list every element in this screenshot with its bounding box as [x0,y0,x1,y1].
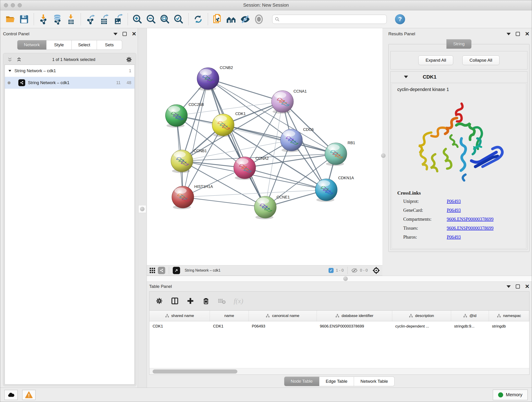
network-row-selected[interactable]: String Network – cdk1 1148 [5,77,134,89]
control-panel-close-button[interactable]: ✕ [132,31,136,37]
table-tab-network-table[interactable]: Network Table [354,376,394,386]
import-table-button[interactable] [65,13,77,26]
memory-button[interactable]: Memory [493,390,528,400]
close-window-button[interactable] [4,3,8,7]
network-edge[interactable] [208,79,265,207]
help-button[interactable]: ? [395,14,405,24]
results-tab-string[interactable]: String [446,39,472,49]
network-collection-row[interactable]: String Network – cdk1 1 [5,65,134,77]
table-cell[interactable]: P06493 [249,321,317,332]
collapse-entity-icon[interactable] [404,76,408,78]
show-all-button[interactable] [253,13,265,26]
crosslink-value-link[interactable]: 9606.ENSP00000378699 [447,217,494,222]
collapse-all-button[interactable]: Collapse All [462,56,499,65]
scrollbar-thumb[interactable] [152,370,237,374]
table-row[interactable]: CDK1CDK1P064939606.ENSP00000378699cyclin… [149,321,529,332]
cloud-status-button[interactable] [4,390,18,400]
table-cell[interactable]: 9606.ENSP00000378699 [317,321,392,332]
zoom-selected-button[interactable] [173,13,185,26]
import-network-database-button[interactable] [51,13,63,26]
gear-icon[interactable] [126,56,133,63]
hide-selected-button[interactable] [239,13,251,26]
network-node-rb1[interactable] [325,143,347,166]
results-panel-menu-button[interactable] [507,33,511,35]
tab-sets[interactable]: Sets [97,40,122,50]
delete-column-trash-icon[interactable] [202,297,210,305]
table-panel-close-button[interactable]: ✕ [525,284,530,289]
table-cell[interactable]: cyclin-dependent ... [392,321,451,332]
network-node-cdc6[interactable] [280,129,302,152]
show-columns-icon[interactable] [171,297,179,305]
table-cell[interactable]: CDK1 [210,321,249,332]
network-node-ccne1[interactable] [254,196,276,219]
table-tab-node-table[interactable]: Node Table [284,376,319,386]
detach-view-button[interactable] [173,267,180,274]
crosslink-value-link[interactable]: P06493 [447,235,461,240]
splitter-handle[interactable] [381,153,386,158]
save-session-button[interactable] [18,13,30,26]
table-panel-menu-button[interactable] [507,285,511,288]
crosslink-value-link[interactable]: 9606.ENSP00000378699 [447,225,494,231]
search-input[interactable] [282,17,384,22]
column-header-canonical-name[interactable]: canonical name [249,311,317,321]
import-network-file-button[interactable] [38,13,50,26]
duplicate-network-button[interactable] [212,13,224,26]
minimize-window-button[interactable] [11,3,15,7]
zoom-fit-button[interactable] [159,13,171,26]
table-cell[interactable]: CDK1 [149,321,210,332]
function-builder-icon[interactable]: f(x) [234,297,243,305]
table-horizontal-scrollbar[interactable] [149,368,529,375]
apply-style-button[interactable] [192,13,204,26]
network-edge[interactable] [208,79,283,102]
entity-header[interactable]: CDK1 [391,71,527,83]
navigator-icon[interactable] [372,267,380,274]
export-image-button[interactable] [112,13,124,26]
splitter-handle[interactable] [138,205,146,213]
export-network-button[interactable] [85,13,96,26]
hidden-eye-icon[interactable] [351,267,358,274]
column-header--id[interactable]: @id [451,311,489,321]
crosslink-value-link[interactable]: P06493 [447,208,461,213]
network-edge[interactable] [245,168,326,190]
network-nodes[interactable] [165,68,347,219]
network-canvas[interactable]: CCNB2CCNA1CDC25BCDK1CDC6RB1CCNB1CCNA2CDK… [147,28,382,265]
right-splitter[interactable] [382,28,388,276]
grid-mode-icon[interactable] [149,267,156,274]
network-edge[interactable] [183,197,265,207]
table-cell[interactable]: stringdb:9... [451,321,489,332]
search-field[interactable] [272,15,387,24]
column-header-database-identifier[interactable]: database identifier [317,311,392,321]
collapse-all-icon[interactable] [7,57,13,63]
left-splitter[interactable] [138,28,147,388]
column-header-shared-name[interactable]: shared name [149,311,210,321]
zoom-in-button[interactable] [132,13,143,26]
results-panel-close-button[interactable]: ✕ [525,31,530,37]
delete-table-icon[interactable] [218,297,226,305]
column-header-namespac[interactable]: namespac [489,311,529,321]
network-badge-icon[interactable] [158,267,165,274]
crosslink-value-link[interactable]: P06493 [447,199,461,204]
tree-expander-icon[interactable] [8,69,12,73]
network-node-cdkn1a[interactable] [315,179,337,202]
zoom-out-button[interactable] [145,13,157,26]
network-node-ccna2[interactable] [234,157,256,180]
export-table-button[interactable] [98,13,110,26]
table-panel-float-button[interactable] [516,284,520,288]
network-node-ccna1[interactable] [272,90,293,114]
table-tab-edge-table[interactable]: Edge Table [319,376,354,386]
expand-all-button[interactable]: Expand All [418,56,453,65]
column-header-description[interactable]: description [392,311,451,321]
maximize-window-button[interactable] [18,3,22,7]
network-edge[interactable] [183,79,208,197]
table-cell[interactable]: stringdb [489,321,529,332]
tab-style[interactable]: Style [46,40,72,50]
open-session-button[interactable] [4,13,16,26]
network-edge[interactable] [223,125,336,154]
control-panel-menu-button[interactable] [114,33,118,35]
results-panel-float-button[interactable] [516,32,520,36]
warnings-button[interactable] [22,390,36,400]
add-column-icon[interactable] [186,297,194,305]
first-neighbors-button[interactable] [225,13,237,26]
table-settings-gear-icon[interactable] [155,297,163,305]
splitter-handle[interactable] [342,275,349,283]
